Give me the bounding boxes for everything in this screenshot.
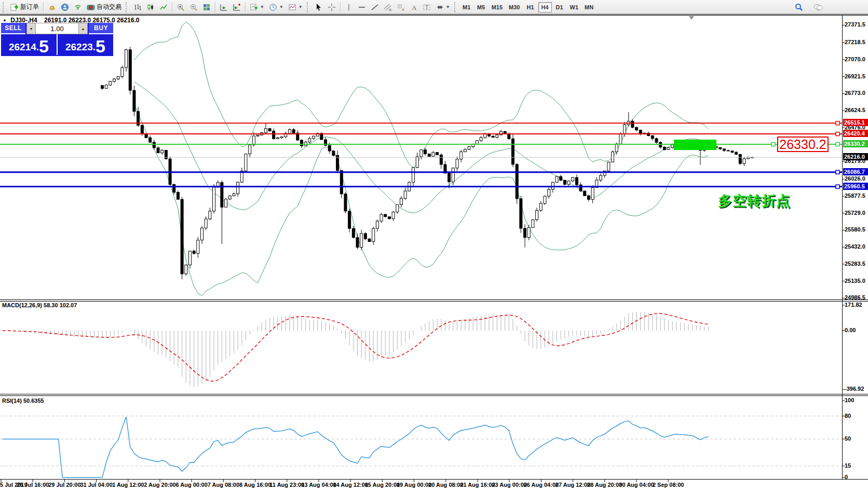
volume-decrease-button[interactable]: ▼ bbox=[26, 23, 36, 34]
buy-price[interactable]: 26223.5 bbox=[58, 34, 113, 55]
fibonacci-icon: F bbox=[397, 3, 405, 11]
bar-chart-button[interactable] bbox=[131, 1, 144, 13]
chart-shift-button[interactable] bbox=[230, 1, 243, 13]
periods-button[interactable]: ▼ bbox=[267, 1, 286, 13]
horizontal-line-button[interactable] bbox=[356, 1, 368, 13]
price-annotation-box[interactable]: 26330.2 bbox=[777, 136, 829, 152]
label-button[interactable]: T bbox=[421, 1, 433, 13]
sell-button[interactable]: SELL bbox=[1, 23, 25, 34]
timeframe-button-d1[interactable]: D1 bbox=[553, 2, 566, 12]
timeframe-toolbar: M1M5M15M30H1H4D1W1MN bbox=[460, 2, 596, 12]
timeframe-button-mn[interactable]: MN bbox=[582, 2, 596, 12]
text-button[interactable]: A bbox=[408, 1, 420, 13]
timeframe-button-m1[interactable]: M1 bbox=[460, 2, 473, 12]
channel-button[interactable]: E bbox=[382, 1, 394, 13]
new-order-icon bbox=[10, 3, 19, 11]
templates-icon bbox=[288, 3, 296, 11]
volume-input[interactable]: 1.00 bbox=[36, 23, 78, 34]
gold-button[interactable] bbox=[46, 1, 58, 13]
timeframe-button-m5[interactable]: M5 bbox=[474, 2, 488, 12]
tile-windows-icon bbox=[202, 3, 211, 11]
toolbar-grip[interactable] bbox=[3, 2, 6, 12]
zoom-out-icon bbox=[189, 3, 198, 11]
auto-scroll-button[interactable] bbox=[218, 1, 230, 13]
trendline-button[interactable] bbox=[369, 1, 381, 13]
vertical-line-icon bbox=[345, 3, 353, 11]
timeframe-button-m30[interactable]: M30 bbox=[506, 2, 522, 12]
arrows-icon bbox=[436, 3, 444, 11]
text-icon: A bbox=[410, 3, 418, 11]
line-chart-button[interactable] bbox=[157, 1, 170, 13]
channel-icon: E bbox=[384, 3, 392, 11]
crosshair-button[interactable] bbox=[326, 1, 338, 13]
volume-stepper: ▼ 1.00 ▲ bbox=[25, 23, 89, 34]
templates-button[interactable]: ▼ bbox=[286, 1, 305, 13]
svg-text:E: E bbox=[389, 8, 391, 11]
chart-window: 27371.527218.527070.026921.526773.026624… bbox=[0, 15, 868, 492]
autotrade-icon bbox=[87, 3, 95, 11]
candle-chart-button[interactable] bbox=[144, 1, 157, 13]
signals-icon bbox=[74, 3, 82, 11]
candle-chart-icon bbox=[146, 3, 155, 11]
tile-windows-button[interactable] bbox=[200, 1, 213, 13]
volume-increase-button[interactable]: ▲ bbox=[78, 23, 88, 34]
chart-shift-icon bbox=[233, 3, 241, 11]
line-chart-icon bbox=[159, 3, 168, 11]
toolbar: 新订单 自动交易 ▼ ▼ ▼ E F A T ▼ bbox=[0, 0, 868, 15]
svg-text:A: A bbox=[412, 4, 417, 11]
signals-button[interactable] bbox=[72, 1, 84, 13]
arrows-button[interactable]: ▼ bbox=[433, 1, 452, 13]
vertical-line-button[interactable] bbox=[343, 1, 355, 13]
new-order-label: 新订单 bbox=[20, 3, 39, 11]
timeframe-button-h1[interactable]: H1 bbox=[524, 2, 537, 12]
chat-icon bbox=[813, 3, 823, 11]
zoom-out-button[interactable] bbox=[187, 1, 200, 13]
svg-text:F: F bbox=[402, 8, 404, 11]
svg-text:T: T bbox=[425, 5, 428, 10]
autotrading-button[interactable]: 自动交易 bbox=[85, 1, 124, 13]
mt4-window: 新订单 自动交易 ▼ ▼ ▼ E F A T ▼ bbox=[0, 0, 868, 492]
zoom-in-icon bbox=[177, 3, 185, 11]
collapse-arrow-icon[interactable]: ▲ bbox=[3, 18, 7, 22]
autotrade-label: 自动交易 bbox=[97, 3, 121, 11]
timeframe-button-m15[interactable]: M15 bbox=[489, 2, 505, 12]
bar-chart-icon bbox=[133, 3, 142, 11]
cursor-icon bbox=[315, 3, 323, 11]
crosshair-icon bbox=[328, 3, 336, 11]
search-button[interactable] bbox=[792, 1, 806, 13]
periods-clock-icon bbox=[269, 3, 277, 11]
one-click-trade-panel: SELL ▼ 1.00 ▲ BUY 26214.5 26223.5 bbox=[1, 23, 113, 56]
search-icon bbox=[794, 3, 804, 12]
chevron-down-icon: ▼ bbox=[279, 5, 283, 9]
trendline-icon bbox=[371, 3, 379, 11]
rsi-label: RSI(14) 50.6355 bbox=[2, 398, 44, 404]
pivot-annotation-text[interactable]: 多空转折点 bbox=[718, 192, 791, 210]
chevron-down-icon: ▼ bbox=[299, 5, 303, 9]
new-chart-icon bbox=[250, 3, 258, 11]
new-chart-button[interactable]: ▼ bbox=[248, 1, 266, 13]
chat-button[interactable] bbox=[811, 1, 825, 13]
timeframe-button-w1[interactable]: W1 bbox=[567, 2, 581, 12]
gold-icon bbox=[48, 3, 56, 11]
price-chart[interactable] bbox=[0, 15, 868, 492]
cursor-button[interactable] bbox=[313, 1, 325, 13]
timeframe-button-h4[interactable]: H4 bbox=[538, 2, 552, 12]
fibonacci-button[interactable]: F bbox=[395, 1, 407, 13]
chevron-down-icon: ▼ bbox=[446, 5, 450, 9]
horizontal-line-icon bbox=[358, 3, 366, 11]
auto-scroll-icon bbox=[220, 3, 228, 11]
new-order-button[interactable]: 新订单 bbox=[8, 1, 41, 13]
sell-price[interactable]: 26214.5 bbox=[1, 34, 58, 55]
community-icon bbox=[61, 3, 69, 11]
label-icon: T bbox=[423, 3, 431, 11]
buy-button[interactable]: BUY bbox=[89, 23, 113, 34]
zoom-in-button[interactable] bbox=[174, 1, 187, 13]
community-button[interactable] bbox=[59, 1, 71, 13]
chevron-down-icon: ▼ bbox=[260, 5, 264, 9]
macd-label: MACD(12,26,9) 58.30 102.07 bbox=[2, 302, 77, 308]
